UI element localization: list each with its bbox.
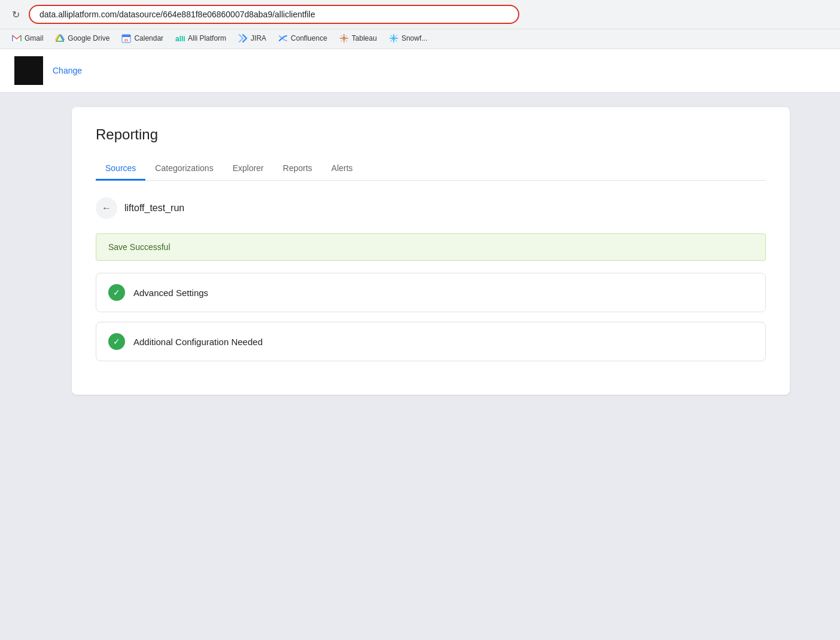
confluence-label: Confluence xyxy=(291,34,327,42)
success-banner: Save Successful xyxy=(96,233,766,261)
advanced-settings-label: Advanced Settings xyxy=(133,288,208,298)
snowflake-icon xyxy=(389,33,398,43)
tab-sources[interactable]: Sources xyxy=(96,157,145,181)
svg-point-12 xyxy=(343,37,345,39)
back-button[interactable]: ← xyxy=(96,197,117,219)
bookmark-alli-platform[interactable]: alli Alli Platform xyxy=(171,32,231,45)
bookmark-gmail[interactable]: Gmail xyxy=(7,32,48,45)
browser-chrome: ↻ data.alliplatform.com/datasource/664e8… xyxy=(0,0,840,49)
bookmark-jira[interactable]: JIRA xyxy=(233,32,271,45)
tab-categorizations[interactable]: Categorizations xyxy=(145,157,223,181)
app-header: Change xyxy=(0,49,840,93)
tab-alerts[interactable]: Alerts xyxy=(322,157,363,181)
google-drive-label: Google Drive xyxy=(68,34,109,42)
additional-config-label: Additional Configuration Needed xyxy=(133,337,263,347)
jira-label: JIRA xyxy=(251,34,266,42)
bookmark-calendar[interactable]: 21 Calendar xyxy=(117,32,168,45)
tab-content: ← liftoff_test_run Save Successful ✓ Adv… xyxy=(96,181,766,361)
back-arrow-icon: ← xyxy=(102,203,111,214)
google-drive-icon xyxy=(55,33,65,43)
refresh-button[interactable]: ↻ xyxy=(7,6,24,23)
tableau-label: Tableau xyxy=(352,34,377,42)
page-title: Reporting xyxy=(96,126,766,143)
svg-text:alli: alli xyxy=(175,35,185,43)
address-bar-row: ↻ data.alliplatform.com/datasource/664e8… xyxy=(0,0,840,29)
svg-rect-5 xyxy=(122,35,130,37)
svg-text:21: 21 xyxy=(124,38,129,42)
calendar-label: Calendar xyxy=(134,34,163,42)
main-content: Reporting Sources Categorizations Explor… xyxy=(0,93,840,640)
bookmark-confluence[interactable]: Confluence xyxy=(273,32,332,45)
alli-platform-icon: alli xyxy=(175,33,185,43)
tabs-row: Sources Categorizations Explorer Reports… xyxy=(96,157,766,181)
svg-marker-3 xyxy=(60,35,65,41)
bookmark-tableau[interactable]: Tableau xyxy=(334,32,382,45)
snowflake-label: Snowf... xyxy=(401,34,427,42)
additional-config-card[interactable]: ✓ Additional Configuration Needed xyxy=(96,322,766,361)
reporting-card: Reporting Sources Categorizations Explor… xyxy=(72,107,790,395)
success-banner-text: Save Successful xyxy=(108,242,171,252)
datasource-name: liftoff_test_run xyxy=(124,203,184,214)
change-link[interactable]: Change xyxy=(53,66,82,75)
calendar-icon: 21 xyxy=(121,33,131,43)
gmail-icon xyxy=(12,33,22,43)
bookmark-google-drive[interactable]: Google Drive xyxy=(50,32,114,45)
refresh-icon: ↻ xyxy=(12,9,20,20)
confluence-icon xyxy=(278,33,288,43)
back-row: ← liftoff_test_run xyxy=(96,197,766,219)
bookmark-snowflake[interactable]: Snowf... xyxy=(384,32,432,45)
alli-platform-label: Alli Platform xyxy=(188,34,226,42)
app-logo xyxy=(14,56,43,85)
url-text: data.alliplatform.com/datasource/664e881… xyxy=(39,10,315,19)
advanced-settings-card[interactable]: ✓ Advanced Settings xyxy=(96,273,766,312)
tab-reports[interactable]: Reports xyxy=(273,157,322,181)
jira-icon xyxy=(238,33,248,43)
additional-config-check-icon: ✓ xyxy=(108,333,125,350)
bookmarks-bar: Gmail Google Drive 21 Calenda xyxy=(0,29,840,48)
address-bar[interactable]: data.alliplatform.com/datasource/664e881… xyxy=(29,5,519,24)
advanced-settings-check-icon: ✓ xyxy=(108,284,125,301)
tableau-icon xyxy=(339,33,349,43)
svg-marker-2 xyxy=(55,35,60,41)
gmail-label: Gmail xyxy=(25,34,43,42)
tab-explorer[interactable]: Explorer xyxy=(223,157,273,181)
